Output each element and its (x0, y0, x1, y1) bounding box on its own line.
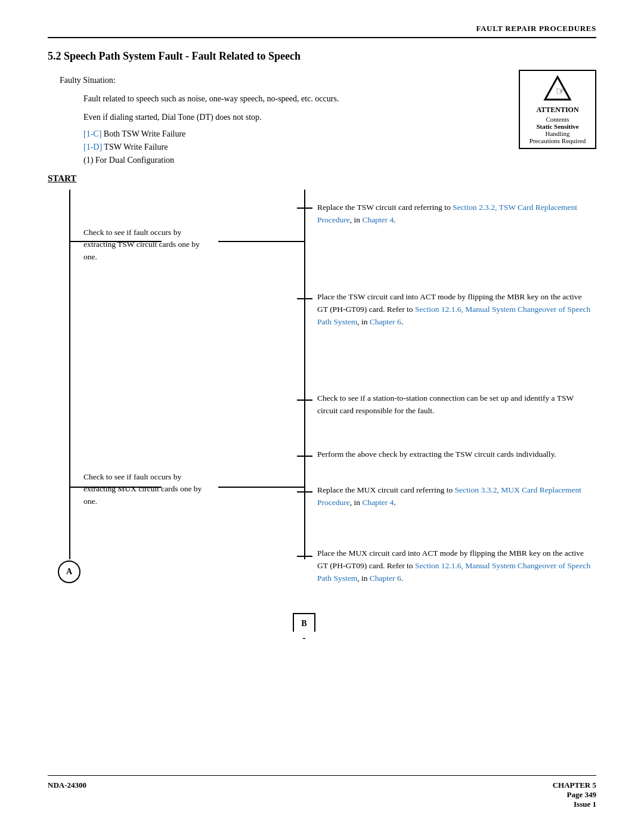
svg-text:☞: ☞ (556, 85, 565, 97)
left-text-top: Check to see if fault occurs by extracti… (83, 227, 215, 263)
right-text-4: Perform the above check by extracting th… (317, 448, 592, 461)
link-chapter-6-1[interactable]: Chapter 6 (370, 317, 401, 326)
right-text-6: Place the MUX circuit card into ACT mode… (317, 547, 592, 585)
right-tick-4 (297, 456, 312, 457)
section-title: 5.2 Speech Path System Fault - Fault Rel… (48, 50, 596, 63)
left-text-bottom-content: Check to see if fault occurs by extracti… (83, 472, 202, 506)
attention-line2: Static Sensitive (525, 123, 590, 130)
right-tick-3 (297, 400, 312, 401)
right-vert-line (304, 190, 305, 559)
right-text-2-end: . (401, 317, 403, 326)
right-text-3: Check to see if a station-to-station con… (317, 392, 592, 417)
link-chapter-4-1[interactable]: Chapter 4 (362, 215, 394, 224)
right-text-3-content: Check to see if a station-to-station con… (317, 394, 574, 415)
page-header: FAULT REPAIR PROCEDURES (48, 24, 596, 38)
connector-a: A (58, 561, 80, 583)
main-vert-line (69, 190, 70, 559)
footer-chapter: CHAPTER 5 (553, 781, 596, 790)
right-tick-1 (297, 208, 312, 209)
attention-title: ATTENTION (525, 106, 590, 114)
faulty-situation-label: Faulty Situation: (60, 76, 596, 85)
right-tick-5 (297, 491, 312, 493)
mid-horiz-top (218, 241, 304, 242)
right-text-5-suffix: , in (350, 498, 363, 507)
left-text-bottom: Check to see if fault occurs by extracti… (83, 471, 215, 507)
header-title: FAULT REPAIR PROCEDURES (476, 24, 596, 33)
link-1d[interactable]: [1-D] (83, 143, 102, 151)
right-text-6-suffix: , in (357, 574, 370, 583)
right-text-6-end: . (401, 574, 403, 583)
attention-icon-wrap: ☞ (525, 75, 590, 103)
left-text-top-content: Check to see if fault occurs by extracti… (83, 228, 200, 261)
item-1d-text: TSW Write Failure (102, 143, 168, 151)
link-chapter-6-2[interactable]: Chapter 6 (370, 574, 401, 583)
right-tick-2 (297, 298, 312, 299)
attention-line1: Contents (525, 116, 590, 123)
right-text-5: Replace the MUX circuit card referring t… (317, 484, 592, 509)
list-num-1: (1) For Dual Configuration (83, 156, 596, 165)
right-text-2: Place the TSW circuit card into ACT mode… (317, 291, 592, 329)
right-text-1-end: . (394, 215, 395, 224)
mid-horiz-bottom (218, 487, 304, 488)
right-text-1-prefix: Replace the TSW circuit card referring t… (317, 203, 453, 212)
right-text-5-end: . (394, 498, 395, 507)
flowchart: Check to see if fault occurs by extracti… (48, 190, 596, 655)
item-1c-text: Both TSW Write Failure (101, 129, 185, 138)
attention-line4: Precautions Required (525, 137, 590, 144)
link-section-12-1-6-mux[interactable]: Section 12.1.6, (415, 561, 463, 570)
right-text-4-content: Perform the above check by extracting th… (317, 450, 556, 459)
link-1c[interactable]: [1-C] (83, 129, 101, 138)
footer-page: Page 349 (553, 790, 596, 800)
link-chapter-4-2[interactable]: Chapter 4 (362, 498, 394, 507)
right-tick-6 (297, 556, 312, 557)
connector-a-label: A (66, 567, 72, 577)
attention-triangle-icon: ☞ (543, 75, 572, 102)
right-text-5-prefix: Replace the MUX circuit card referring t… (317, 485, 455, 494)
attention-line3: Handling (525, 130, 590, 137)
start-label: START (48, 174, 596, 184)
right-text-1-suffix: , in (350, 215, 363, 224)
footer-doc-number: NDA-24300 (48, 781, 86, 790)
footer-chapter-info: CHAPTER 5 Page 349 Issue 1 (553, 781, 596, 809)
right-text-2-mid: , in (357, 317, 370, 326)
connector-b-label: B (301, 619, 306, 628)
right-text-1: Replace the TSW circuit card referring t… (317, 202, 592, 227)
connector-b: B (293, 613, 315, 639)
page-footer: NDA-24300 CHAPTER 5 Page 349 Issue 1 (48, 775, 596, 809)
footer-issue: Issue 1 (553, 800, 596, 809)
attention-box: ☞ ATTENTION Contents Static Sensitive Ha… (519, 70, 596, 149)
